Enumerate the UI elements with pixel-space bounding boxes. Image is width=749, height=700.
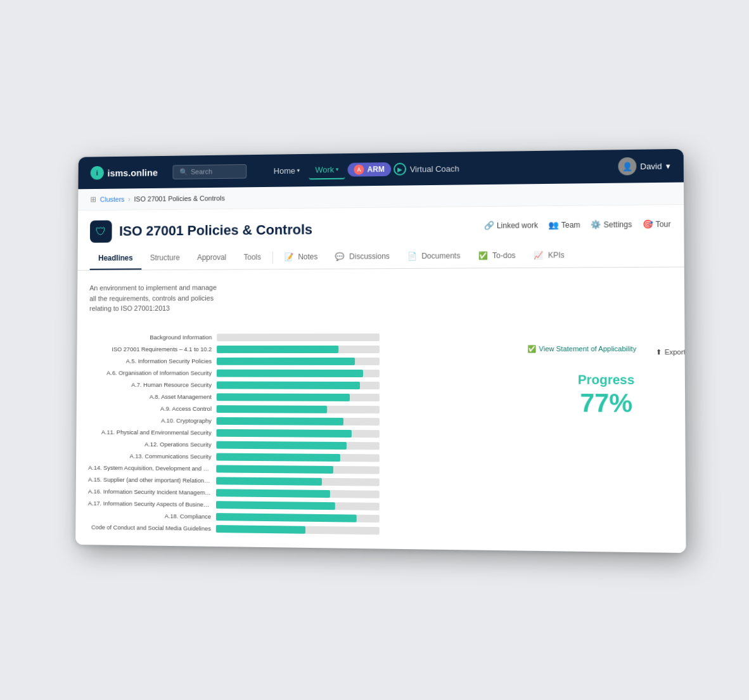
bar-fill [216,429,351,438]
nav-work[interactable]: Work ▾ [309,161,345,179]
todos-icon: ✅ [478,251,488,260]
link-icon: 🔗 [484,221,494,230]
description: An environment to implement and manage a… [89,283,224,314]
tab-notes-label: Notes [298,252,317,261]
documents-icon: 📄 [407,252,417,261]
search-placeholder: Search [191,168,212,176]
virtual-coach-label: Virtual Coach [410,164,459,174]
tab-tools[interactable]: Tools [235,247,270,269]
tour-icon: 🎯 [643,219,653,229]
tab-headlines-label: Headlines [98,254,133,262]
bar-label: A.17. Information Security Aspects of Bu… [88,500,211,508]
bar-fill [217,393,350,401]
bar-label: Background Information [89,334,212,341]
page-actions: 🔗 Linked work 👥 Team ⚙️ Settings 🎯 Tour [484,219,671,231]
tab-structure-label: Structure [150,254,180,262]
tab-todos[interactable]: ✅ To-dos [469,245,524,268]
content: ⊞ Clusters › ISO 27001 Policies & Contro… [75,183,686,553]
soa-export-row: ✅ View Statement of Applicability ⬆ Expo… [547,345,665,360]
bar-label: A.14. System Acquisition, Development an… [88,464,211,472]
user-caret-icon: ▾ [666,161,670,171]
bar-track [217,346,380,353]
bar-row[interactable]: A.11. Physical and Environmental Securit… [89,427,528,440]
bar-label: A.18. Compliance [88,512,211,520]
bar-track [217,393,380,401]
bar-fill [216,513,356,522]
chart-container: Background InformationISO 27001 Requirem… [88,332,528,538]
bar-track [217,358,380,365]
bar-label: A.5. Information Security Policies [89,358,212,365]
bar-track [216,441,379,450]
breadcrumb-sep: › [128,195,131,203]
bar-fill [217,381,360,389]
view-soa-label: View Statement of Applicability [539,345,636,353]
search-box[interactable]: 🔍 Search [172,164,246,179]
virtual-coach[interactable]: ▶ Virtual Coach [394,162,459,176]
bar-row[interactable]: A.7. Human Resource Security [89,380,528,391]
team-action[interactable]: 👥 Team [548,220,580,230]
bar-chart: Background InformationISO 27001 Requirem… [88,332,528,538]
tab-documents[interactable]: 📄 Documents [399,245,470,269]
bar-track [217,405,380,413]
tab-approval[interactable]: Approval [188,247,235,269]
tab-headlines[interactable]: Headlines [90,247,142,270]
settings-label: Settings [604,220,632,230]
bar-label: A.9. Access Control [89,405,212,413]
tabs-row: Headlines Structure Approval Tools 📝 Not… [77,243,684,271]
bar-fill [216,525,305,534]
settings-icon: ⚙️ [591,220,601,230]
tab-discussions[interactable]: 💬 Discussions [326,245,399,269]
bar-row[interactable]: A.9. Access Control [89,403,528,415]
nav-links: Home ▾ Work ▾ A ARM ▶ Virtual Coach [267,157,603,179]
browser-window: i isms.online 🔍 Search Home ▾ Work ▾ A A… [75,149,686,553]
arm-dot-icon: A [354,165,364,175]
tab-approval-label: Approval [197,253,226,262]
settings-action[interactable]: ⚙️ Settings [591,219,632,230]
bar-row[interactable]: A.6. Organisation of Information Securit… [89,368,528,379]
bar-row[interactable]: ISO 27001 Requirements – 4.1 to 10.2 [89,344,528,354]
bar-row[interactable]: A.8. Asset Management [89,391,528,403]
bar-row[interactable]: A.5. Information Security Policies [89,356,528,366]
main-content: An environment to implement and manage a… [75,268,686,553]
home-caret-icon: ▾ [297,167,300,174]
bar-label: ISO 27001 Requirements – 4.1 to 10.2 [89,346,212,353]
nav-work-label: Work [315,165,334,174]
bar-fill [216,453,340,461]
logo[interactable]: i isms.online [91,165,158,180]
tab-notes[interactable]: 📝 Notes [275,246,326,269]
page-icon: 🛡 [90,221,112,243]
bar-label: A.10. Cryptography [89,417,212,424]
bar-track [216,513,380,522]
linked-work-action[interactable]: 🔗 Linked work [484,221,538,231]
logo-text: isms.online [107,167,157,178]
bar-fill [216,477,322,486]
user-area[interactable]: 👤 David ▾ [618,157,670,176]
bar-label: A.8. Asset Management [89,393,212,400]
bar-label: A.16. Information Security Incident Mana… [88,488,211,496]
cluster-icon: ⊞ [90,195,96,204]
search-icon: 🔍 [179,168,188,176]
bar-label: A.6. Organisation of Information Securit… [89,370,212,377]
export-button[interactable]: ⬆ Export [656,348,686,356]
arm-badge[interactable]: A ARM [348,162,391,177]
export-label: Export [665,348,686,356]
work-caret-icon: ▾ [336,166,339,172]
nav-home[interactable]: Home ▾ [267,162,307,179]
breadcrumb-clusters[interactable]: Clusters [100,195,125,203]
bar-row[interactable]: A.10. Cryptography [89,415,528,427]
discussions-icon: 💬 [335,252,345,261]
view-soa-button[interactable]: ✅ View Statement of Applicability [527,345,636,353]
bar-track [217,334,380,341]
tab-structure[interactable]: Structure [141,247,188,270]
bar-row[interactable]: A.13. Communications Security [88,451,528,464]
bar-label: A.12. Operations Security [89,441,212,448]
progress-label: Progress [547,372,665,387]
tour-action[interactable]: 🎯 Tour [643,219,671,230]
tab-kpis[interactable]: 📈 KPIs [525,244,573,268]
bar-track [216,465,380,474]
bar-row[interactable]: A.12. Operations Security [89,439,528,452]
linked-work-label: Linked work [497,221,538,230]
bar-fill [217,369,363,377]
bar-label: A.11. Physical and Environmental Securit… [89,429,212,436]
bar-row[interactable]: Background Information [89,332,528,342]
